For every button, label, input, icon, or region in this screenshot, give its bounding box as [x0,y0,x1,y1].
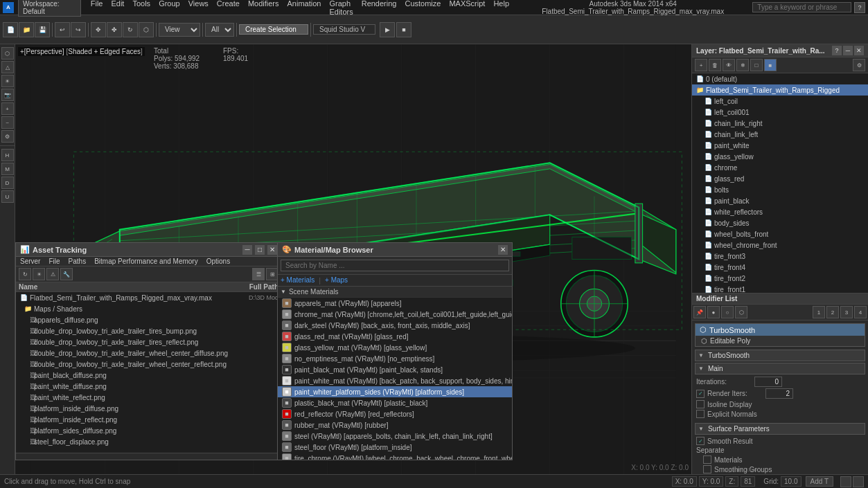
layer-new-btn[interactable]: + [695,59,707,71]
modifier-toolbar-1[interactable]: 1 [813,306,825,318]
asset-menu-options[interactable]: Options [202,257,234,266]
material-list-item[interactable]: ■ no_emptiness_mat (VRayMtl) [no_emptine… [278,353,512,364]
save-btn[interactable]: 💾 [35,22,50,37]
materials-checkbox[interactable] [703,455,711,464]
tool-hierarchy[interactable]: H [1,149,14,161]
viewport-label[interactable]: +[Perspective] [Shaded + Edged Faces] [18,47,145,56]
asset-menu-file[interactable]: File [44,257,64,266]
layer-item[interactable]: 📄 tire_front2 [692,273,868,284]
asset-resolve-btn[interactable]: 🔧 [60,268,73,280]
help-icon[interactable]: ? [854,2,865,13]
iterations-value[interactable]: 0 [754,377,782,387]
layer-render-btn[interactable]: □ [750,59,763,71]
tool-cameras[interactable]: 📷 [1,89,14,101]
show-result-btn[interactable]: ○ [721,306,734,318]
menu-graph-editors[interactable]: Graph Editors [325,0,357,17]
modifier-turbosmooth[interactable]: ⬡ TurboSmooth [696,324,865,336]
tool-helpers[interactable]: + [1,102,14,115]
layer-item[interactable]: 📄 bolts [692,184,868,195]
material-list-item[interactable]: ■ plastic_black_mat (VRayMtl) [plastic_b… [278,397,512,408]
tool-lights[interactable]: ☀ [1,75,14,87]
menu-customize[interactable]: Customize [400,0,445,17]
tool-select[interactable]: ⬡ [1,47,14,60]
layer-item[interactable]: 📄 paint_white [692,140,868,151]
material-search-input[interactable] [281,260,509,271]
rotate-btn[interactable]: ↻ [123,22,138,37]
material-list-item[interactable]: ■ tire_chrome (VRayMtl) [wheel_chrome_ba… [278,453,512,460]
layer-item[interactable]: 📄 paint_black [692,195,868,206]
menu-animation[interactable]: Animation [283,0,326,17]
asset-scrollbar-h[interactable] [16,453,281,460]
layer-item[interactable]: 📄 tire_front1 [692,284,868,293]
modifier-toolbar-2[interactable]: 2 [826,306,839,318]
materials-section-toggle[interactable]: + Materials [281,276,315,284]
menu-create[interactable]: Create [213,0,244,17]
render-frame-btn[interactable] [853,476,864,487]
undo-btn[interactable]: ↩ [55,22,70,37]
material-list-item[interactable]: ■ paint_white_mat (VRayMtl) [back_patch,… [278,375,512,386]
asset-menu-bitmap[interactable]: Bitmap Performance and Memory [90,257,202,266]
reference-coord-dropdown[interactable]: View World Local [159,23,200,37]
material-list-item[interactable]: ■ red_reflector (VRayMtl) [red_reflector… [278,408,512,419]
asset-list-item[interactable]: 🖼 steel_floor_displace.png [16,436,281,447]
add-time-btn[interactable]: Add T [806,476,834,487]
layer-item[interactable]: 📄 wheel_bolts_front [692,228,868,240]
menu-file[interactable]: File [87,0,107,17]
maps-section-toggle[interactable]: + Maps [325,276,348,284]
material-list-item[interactable]: ■ glass_yellow_mat (VRayMtl) [glass_yell… [278,342,512,353]
menu-views[interactable]: Views [184,0,213,17]
asset-reload-btn[interactable]: ↻ [19,268,31,280]
scale-btn[interactable]: ⬡ [139,22,154,37]
asset-view-list-btn[interactable]: ☰ [252,268,265,280]
menu-modifiers[interactable]: Modifiers [244,0,283,17]
search-input[interactable] [752,2,851,12]
asset-list-item[interactable]: 🖼 platform_sides_diffuse.png [16,425,281,436]
layer-item[interactable]: 📄 white_reflectors [692,206,868,217]
modifier-toolbar-3[interactable]: 3 [840,306,853,318]
mat-panel-close-btn[interactable]: ✕ [498,245,508,255]
layer-item[interactable]: 📄 left_coil001 [692,107,868,118]
tool-motion[interactable]: M [1,163,14,175]
select-btn[interactable]: ✥ [91,22,106,37]
menu-rendering[interactable]: Rendering [357,0,401,17]
smoothing-groups-checkbox[interactable] [703,465,711,473]
active-inactive-btn[interactable]: ● [707,306,720,318]
material-list-item[interactable]: ■ apparels_mat (VRayMtl) [apparels] [278,298,512,309]
asset-maps-folder[interactable]: 📁 Maps / Shaders [16,303,281,314]
material-list-item[interactable]: ■ chrome_mat (VRayMtl) [chrome,left_coil… [278,309,512,320]
material-list-item[interactable]: ■ steel (VRayMtl) [apparels_bolts, chain… [278,431,512,442]
layer-color-btn[interactable]: ■ [764,59,777,71]
tool-systems[interactable]: ⚙ [1,130,14,143]
asset-list-item[interactable]: 🖼 platform_inside_diffuse.png [16,403,281,414]
material-list-item[interactable]: ■ glass_red_mat (VRayMtl) [glass_red] [278,331,512,342]
layer-item[interactable]: 📄 glass_red [692,173,868,184]
new-btn[interactable]: 📄 [3,22,18,37]
layer-freeze-btn[interactable]: ❄ [736,59,749,71]
timeline-btn[interactable] [840,476,851,487]
layer-item[interactable]: 📄 glass_yellow [692,151,868,162]
layer-item[interactable]: 📄 chrome [692,162,868,173]
material-list-item[interactable]: ■ rubber_mat (VRayMtl) [rubber] [278,419,512,431]
render-iters-value[interactable]: 2 [765,388,793,399]
layer-item[interactable]: 📄 tire_front3 [692,251,868,262]
layer-item[interactable]: 📄 left_coil [692,96,868,107]
asset-list-item[interactable]: 🖼 double_drop_lowboy_tri_axle_trailer_wh… [16,359,281,370]
asset-list-item[interactable]: 🖼 double_drop_lowboy_tri_axle_trailer_ti… [16,336,281,347]
asset-menu-server[interactable]: Server [16,257,44,266]
layer-delete-btn[interactable]: 🗑 [709,59,721,71]
layer-help-btn[interactable]: ? [832,46,842,55]
move-btn[interactable]: ✤ [107,22,122,37]
menu-help[interactable]: Help [489,0,513,17]
menu-group[interactable]: Group [154,0,184,17]
tool-display[interactable]: D [1,177,14,189]
smooth-result-checkbox[interactable]: ✓ [696,437,705,445]
menu-maxscript[interactable]: MAXScript [445,0,489,17]
turbosmooth-title-bar[interactable]: ▼ TurboSmooth [695,350,865,361]
play-btn[interactable]: ▶ [380,22,395,37]
isoline-checkbox[interactable] [696,400,705,408]
layer-min-btn[interactable]: ─ [843,46,853,55]
material-list-item[interactable]: ■ paint_black_mat (VRayMtl) [paint_black… [278,364,512,375]
render-iters-checkbox[interactable]: ✓ [696,390,705,398]
asset-list-item[interactable]: 🖼 apparels_diffuse.png [16,314,281,325]
asset-list-item[interactable]: 🖼 paint_white_diffuse.png [16,381,281,392]
